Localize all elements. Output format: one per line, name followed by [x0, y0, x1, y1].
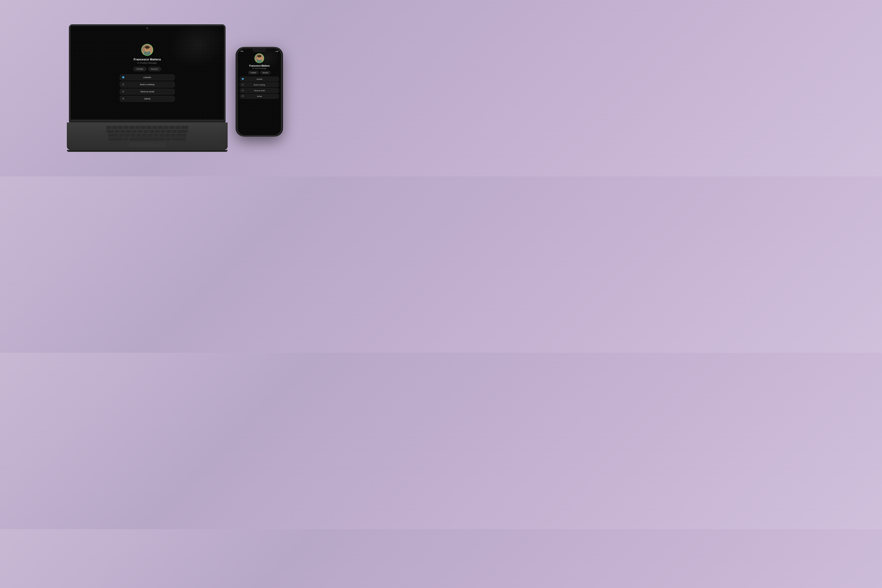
laptop-portfolio-button[interactable]: Portfolio [134, 67, 146, 71]
key [164, 126, 169, 129]
phone-meeting-button[interactable]: Book a meeting [240, 82, 279, 87]
svg-point-2 [145, 46, 150, 49]
key [159, 134, 164, 137]
phone-profile-title: AI Product Manager [252, 68, 266, 69]
phone-status-icons: ▲ ◉ ▮ [275, 51, 278, 52]
avatar [142, 44, 153, 56]
key [130, 134, 135, 137]
key [158, 126, 163, 129]
key [138, 130, 142, 133]
phone-avatar-ring [255, 54, 264, 63]
avatar-ring [141, 44, 153, 56]
laptop-link-buttons: LinkedIn Book a meeting Sh [120, 74, 175, 102]
key [115, 130, 120, 133]
laptop-linkedin-button[interactable]: LinkedIn [120, 74, 175, 80]
laptop-email-label: Shoot an email [140, 90, 154, 93]
key [141, 126, 146, 129]
laptop-resume-button[interactable]: Resume [148, 67, 161, 71]
keyboard-rows [79, 126, 216, 141]
phone-time: 9:41 [240, 51, 243, 52]
phone-linkedin-label: LinkedIn [256, 78, 262, 80]
phone-power-button [282, 62, 282, 69]
svg-rect-16 [242, 84, 243, 86]
key [170, 126, 175, 129]
laptop-github-button[interactable]: GitHub [120, 96, 175, 102]
phone-email-icon [242, 90, 244, 92]
key [106, 130, 114, 133]
phone-resume-button[interactable]: Resume [260, 71, 271, 74]
phone-github-button[interactable]: GitHub [240, 94, 279, 99]
laptop-email-button[interactable]: Shoot an email [120, 88, 175, 94]
key [125, 134, 130, 137]
phone-notch [252, 48, 266, 52]
laptop-linkedin-label: LinkedIn [143, 76, 151, 78]
key [118, 126, 123, 129]
key [147, 126, 152, 129]
phone-profile-name: Francesco Mattera [249, 64, 269, 67]
phone-volume-up-button [236, 66, 237, 70]
phone-linkedin-button[interactable]: LinkedIn [240, 77, 279, 81]
key [181, 126, 188, 129]
phone-link-buttons: LinkedIn Book a meeting Sh [240, 77, 279, 99]
scene: Francesco Mattera AI Product Manager Por… [0, 0, 314, 176]
phone-screen: 9:41 ▲ ◉ ▮ [238, 48, 281, 135]
key [135, 126, 140, 129]
phone-meeting-label: Book a meeting [254, 84, 265, 86]
laptop-bottom-bar [67, 150, 228, 152]
svg-point-12 [257, 55, 261, 57]
key [124, 126, 129, 129]
key [119, 134, 124, 137]
key [129, 126, 134, 129]
key [171, 134, 176, 137]
key [132, 130, 137, 133]
key [142, 134, 147, 137]
key [136, 134, 141, 137]
key [178, 130, 188, 133]
phone-profile-card: Francesco Mattera AI Product Manager Por… [240, 54, 279, 99]
phone-linkedin-icon [242, 78, 244, 80]
key [166, 138, 171, 141]
key [126, 130, 131, 133]
calendar-icon [122, 83, 124, 86]
spacebar-key [129, 138, 166, 141]
key [160, 130, 166, 133]
phone: 9:41 ▲ ◉ ▮ [236, 47, 282, 136]
laptop-profile-card: Francesco Mattera AI Product Manager Por… [120, 44, 175, 102]
svg-point-14 [260, 57, 261, 58]
laptop-screen: Francesco Mattera AI Product Manager Por… [70, 26, 224, 120]
laptop-meeting-label: Book a meeting [140, 83, 154, 86]
key [149, 130, 154, 133]
key [112, 126, 117, 129]
key [172, 138, 186, 141]
key [143, 130, 148, 133]
laptop-profile-name: Francesco Mattera [134, 58, 161, 61]
laptop-pill-buttons: Portfolio Resume [134, 67, 161, 71]
svg-rect-6 [122, 84, 124, 85]
laptop-github-label: GitHub [144, 98, 150, 100]
linkedin-icon [122, 76, 124, 79]
key [152, 126, 158, 129]
key [153, 134, 159, 137]
laptop-camera [146, 27, 148, 29]
phone-github-label: GitHub [257, 96, 262, 97]
phone-email-button[interactable]: Shoot an email [240, 88, 279, 93]
svg-rect-19 [242, 90, 244, 91]
laptop-keyboard [67, 122, 228, 150]
svg-rect-9 [122, 91, 124, 92]
key [108, 134, 118, 137]
github-icon [122, 98, 124, 100]
phone-github-icon [242, 95, 244, 98]
phone-volume-down-button [236, 72, 237, 77]
phone-pill-buttons: Portfolio Resume [248, 71, 271, 74]
key [166, 130, 171, 133]
laptop-profile-title: AI Product Manager [137, 62, 157, 64]
phone-avatar [255, 54, 264, 63]
key [176, 134, 186, 137]
phone-portfolio-button[interactable]: Portfolio [248, 71, 259, 74]
key [106, 126, 111, 129]
key [175, 126, 180, 129]
email-icon [122, 90, 124, 93]
key [172, 130, 177, 133]
laptop-meeting-button[interactable]: Book a meeting [120, 81, 175, 87]
key [165, 134, 170, 137]
